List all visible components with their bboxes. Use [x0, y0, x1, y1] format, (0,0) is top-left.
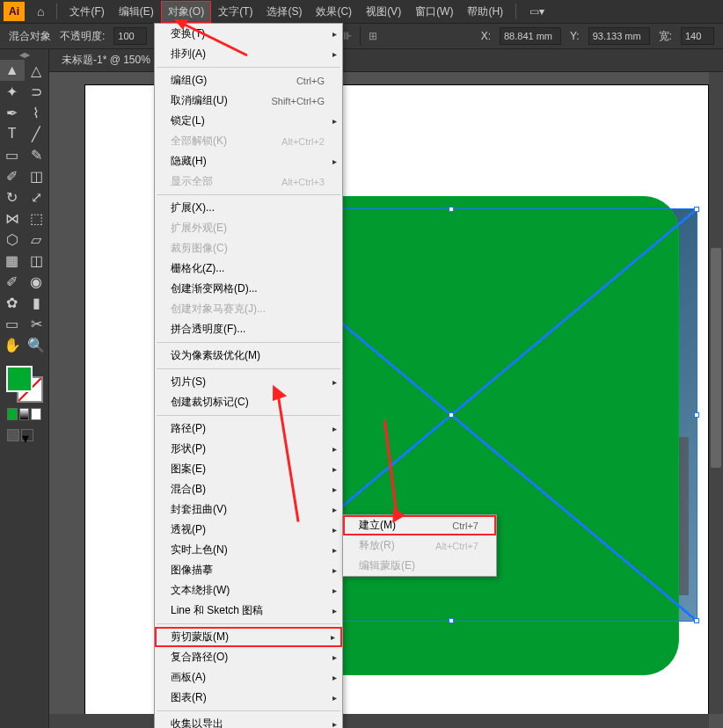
submenu-item[interactable]: 建立(M)Ctrl+7: [343, 515, 496, 535]
vertical-scrollbar[interactable]: [709, 72, 723, 714]
menu-item: 全部解锁(K)Alt+Ctrl+2: [155, 131, 342, 151]
workspace-switcher-icon[interactable]: ▭▾: [527, 4, 546, 19]
menu-item[interactable]: 形状(P): [155, 439, 342, 459]
graph-tool[interactable]: ▮: [25, 292, 49, 313]
menu-item[interactable]: 透视(P): [155, 520, 342, 540]
menu-item[interactable]: 变换(T): [155, 24, 342, 44]
color-mode-icon[interactable]: [7, 408, 18, 420]
fill-stroke-swatch[interactable]: [6, 366, 43, 403]
menu-item[interactable]: 栅格化(Z)...: [155, 258, 342, 279]
blend-object-label: 混合对象: [9, 29, 51, 44]
y-input[interactable]: [588, 27, 650, 45]
gradient-mode-icon[interactable]: [19, 408, 30, 420]
canvas-viewport[interactable]: [49, 72, 723, 728]
x-input[interactable]: [500, 27, 561, 45]
menu-窗口[interactable]: 窗口(W): [408, 1, 460, 23]
menu-item[interactable]: 锁定(L): [155, 111, 342, 131]
menu-item[interactable]: 图像描摹: [155, 560, 342, 580]
w-label: 宽:: [659, 29, 672, 44]
menu-item[interactable]: 创建裁切标记(C): [155, 392, 342, 412]
menu-帮助[interactable]: 帮助(H): [460, 1, 510, 23]
menu-编辑[interactable]: 编辑(E): [112, 1, 161, 23]
pen-tool[interactable]: ✒: [0, 102, 25, 123]
type-tool[interactable]: T: [0, 123, 25, 144]
mesh-tool[interactable]: ▦: [0, 250, 25, 271]
artboard-tool[interactable]: ▭: [0, 313, 25, 334]
shaper-tool[interactable]: ✐: [0, 165, 25, 186]
hand-tool[interactable]: ✋: [0, 334, 25, 355]
menu-item[interactable]: 切片(S): [155, 372, 342, 392]
magic-wand-tool[interactable]: ✦: [0, 81, 25, 102]
direct-select-tool[interactable]: △: [25, 60, 49, 81]
shape-builder-tool[interactable]: ⬡: [0, 229, 25, 250]
menu-item: 创建对象马赛克(J)...: [155, 299, 342, 319]
draw-mode-icon[interactable]: ▾: [21, 429, 33, 441]
object-menu-dropdown: 变换(T)排列(A)编组(G)Ctrl+G取消编组(U)Shift+Ctrl+G…: [154, 23, 343, 728]
horizontal-scrollbar[interactable]: [49, 714, 709, 728]
x-label: X:: [481, 30, 491, 42]
submenu-item: 释放(R)Alt+Ctrl+7: [343, 535, 496, 556]
control-bar: 混合对象 不透明度: ▥ ▦ ▧ ▤ ▥ ▦ ⊪ ⊪ ⊪ ⊞ X: Y: 宽:: [0, 23, 723, 49]
width-tool[interactable]: ⋈: [0, 207, 25, 229]
menu-文件[interactable]: 文件(F): [62, 1, 111, 23]
menu-item: 扩展外观(E): [155, 218, 342, 238]
menu-文字[interactable]: 文字(T): [211, 1, 259, 23]
menu-item[interactable]: 路径(P): [155, 419, 342, 439]
opacity-input[interactable]: [113, 27, 147, 45]
lasso-tool[interactable]: ⊃: [25, 81, 49, 102]
home-icon[interactable]: ⌂: [37, 4, 44, 18]
menu-item[interactable]: 拼合透明度(F)...: [155, 319, 342, 339]
toolbox-toggle-icon[interactable]: ◀▶: [0, 51, 48, 60]
document-tab[interactable]: 未标题-1* @ 150%: [49, 49, 723, 72]
menu-item[interactable]: 取消编组(U)Shift+Ctrl+G: [155, 91, 342, 111]
menu-选择[interactable]: 选择(S): [259, 1, 309, 23]
canvas-area: 未标题-1* @ 150%: [49, 49, 723, 728]
menu-item[interactable]: 隐藏(H): [155, 151, 342, 171]
menu-item[interactable]: 剪切蒙版(M): [155, 627, 342, 647]
menu-item[interactable]: 排列(A): [155, 44, 342, 64]
transform-icon[interactable]: ⊞: [364, 27, 382, 45]
y-label: Y:: [570, 30, 580, 42]
menu-对象[interactable]: 对象(O): [161, 1, 211, 23]
menu-item[interactable]: 收集以导出: [155, 714, 342, 728]
menu-item[interactable]: 画板(A): [155, 667, 342, 688]
menu-item[interactable]: Line 和 Sketch 图稿: [155, 601, 342, 621]
menu-item[interactable]: 文本绕排(W): [155, 580, 342, 601]
line-tool[interactable]: ╱: [25, 123, 49, 144]
menu-item[interactable]: 混合(B): [155, 479, 342, 499]
menu-效果[interactable]: 效果(C): [309, 1, 359, 23]
none-mode-icon[interactable]: [31, 408, 41, 420]
toolbox: ◀▶ ▲△ ✦⊃ ✒⌇ T╱ ▭✎ ✐◫ ↻⤢ ⋈⬚ ⬡▱ ▦◫ ✐◉ ✿▮ ▭…: [0, 49, 49, 728]
menu-item[interactable]: 编组(G)Ctrl+G: [155, 70, 342, 91]
rectangle-tool[interactable]: ▭: [0, 144, 25, 165]
curvature-tool[interactable]: ⌇: [25, 102, 49, 123]
zoom-tool[interactable]: 🔍: [25, 334, 49, 355]
perspective-tool[interactable]: ▱: [25, 229, 49, 250]
menu-item[interactable]: 实时上色(N): [155, 540, 342, 560]
menu-视图[interactable]: 视图(V): [359, 1, 408, 23]
w-input[interactable]: [681, 27, 714, 45]
fill-swatch[interactable]: [6, 366, 33, 392]
menubar: Ai ⌂ 文件(F)编辑(E)对象(O)文字(T)选择(S)效果(C)视图(V)…: [0, 0, 723, 23]
scale-tool[interactable]: ⤢: [25, 186, 49, 207]
menu-item[interactable]: 图案(E): [155, 459, 342, 479]
menu-item[interactable]: 设为像素级优化(M): [155, 346, 342, 366]
free-transform-tool[interactable]: ⬚: [25, 207, 49, 229]
menu-item: 裁剪图像(C): [155, 238, 342, 258]
eraser-tool[interactable]: ◫: [25, 165, 49, 186]
gradient-tool[interactable]: ◫: [25, 250, 49, 271]
app-logo: Ai: [4, 2, 25, 21]
screen-mode-icon[interactable]: [7, 429, 19, 441]
menu-item[interactable]: 复合路径(O): [155, 647, 342, 667]
rotate-tool[interactable]: ↻: [0, 186, 25, 207]
selection-tool[interactable]: ▲: [0, 60, 25, 81]
eyedropper-tool[interactable]: ✐: [0, 271, 25, 292]
menu-item[interactable]: 封套扭曲(V): [155, 499, 342, 520]
blend-tool[interactable]: ◉: [25, 271, 49, 292]
menu-item[interactable]: 图表(R): [155, 688, 342, 708]
menu-item[interactable]: 扩展(X)...: [155, 198, 342, 218]
slice-tool[interactable]: ✂: [25, 313, 49, 334]
brush-tool[interactable]: ✎: [25, 144, 49, 165]
menu-item[interactable]: 创建渐变网格(D)...: [155, 279, 342, 299]
symbol-tool[interactable]: ✿: [0, 292, 25, 313]
